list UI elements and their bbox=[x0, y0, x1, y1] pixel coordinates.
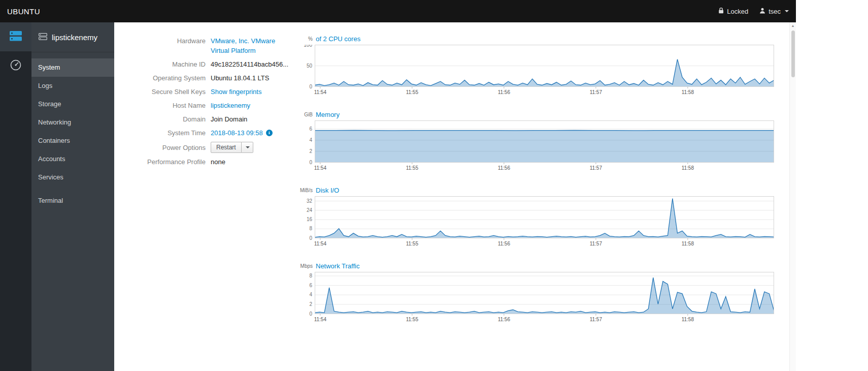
scrollbar-up-icon[interactable]: ▲ bbox=[790, 22, 796, 29]
sidebar-item-terminal[interactable]: Terminal bbox=[31, 192, 114, 210]
network-traffic-unit-label: Mbps bbox=[299, 263, 313, 269]
host-view-tile[interactable] bbox=[0, 22, 31, 51]
cockpit-app: UBUNTU Locked tsec bbox=[0, 0, 796, 371]
memory-chart: GiB Memory 024611:5411:5511:5611:5711:58 bbox=[299, 108, 777, 171]
svg-text:11:57: 11:57 bbox=[590, 165, 603, 171]
memory-chart-plot: 024611:5411:5511:5611:5711:58 bbox=[299, 120, 777, 171]
svg-text:24: 24 bbox=[307, 207, 313, 213]
server-icon bbox=[9, 30, 22, 44]
restart-dropdown-button[interactable] bbox=[242, 142, 253, 153]
svg-text:16: 16 bbox=[307, 217, 313, 222]
svg-text:100: 100 bbox=[304, 45, 312, 48]
svg-text:8: 8 bbox=[309, 226, 312, 231]
topbar: UBUNTU Locked tsec bbox=[0, 0, 796, 22]
svg-text:0: 0 bbox=[309, 160, 312, 165]
sidebar-item-accounts[interactable]: Accounts bbox=[31, 150, 114, 168]
info-icon[interactable]: i bbox=[266, 130, 273, 136]
sidebar-item-services[interactable]: Services bbox=[31, 168, 114, 187]
sidebar-icon-strip bbox=[0, 22, 31, 371]
svg-text:32: 32 bbox=[307, 198, 313, 204]
svg-text:11:54: 11:54 bbox=[314, 241, 327, 246]
locked-button[interactable]: Locked bbox=[718, 7, 748, 15]
main-content: Hardware VMware, Inc. VMware Virtual Pla… bbox=[114, 22, 790, 371]
svg-text:11:56: 11:56 bbox=[498, 89, 511, 95]
host-icon bbox=[39, 33, 47, 42]
svg-text:11:56: 11:56 bbox=[498, 165, 511, 171]
os-value: Ubuntu 18.04.1 LTS bbox=[211, 73, 269, 83]
svg-text:11:57: 11:57 bbox=[590, 241, 603, 246]
power-button-group: Restart bbox=[211, 142, 253, 153]
machine-id-label: Machine ID bbox=[114, 59, 211, 69]
sidebar-item-networking[interactable]: Networking bbox=[31, 113, 114, 132]
nav-list: System Logs Storage Networking Container… bbox=[31, 52, 114, 210]
ssh-keys-row: Secure Shell Keys Show fingerprints bbox=[114, 87, 297, 97]
hardware-link[interactable]: VMware, Inc. VMware Virtual Platform bbox=[211, 36, 287, 55]
user-menu[interactable]: tsec bbox=[759, 8, 789, 15]
join-domain-link[interactable]: Join Domain bbox=[211, 114, 247, 124]
cpu-chart-head: % of 2 CPU cores bbox=[299, 33, 777, 45]
svg-text:11:58: 11:58 bbox=[682, 241, 694, 246]
svg-text:11:55: 11:55 bbox=[406, 241, 419, 246]
disk-io-chart-plot: 0816243211:5411:5511:5611:5711:58 bbox=[299, 196, 777, 247]
show-fingerprints-link[interactable]: Show fingerprints bbox=[211, 87, 261, 97]
sidebar-item-logs[interactable]: Logs bbox=[31, 77, 114, 95]
network-traffic-chart-title[interactable]: Network Traffic bbox=[316, 262, 359, 270]
memory-chart-head: GiB Memory bbox=[299, 108, 777, 120]
disk-io-chart-title[interactable]: Disk I/O bbox=[316, 187, 339, 194]
scrollbar-thumb[interactable] bbox=[791, 30, 795, 77]
svg-text:11:58: 11:58 bbox=[682, 165, 694, 171]
hostname-link[interactable]: lipstickenemy bbox=[211, 101, 250, 110]
os-row: Operating System Ubuntu 18.04.1 LTS bbox=[114, 73, 297, 83]
svg-text:4: 4 bbox=[309, 292, 312, 297]
sidebar-item-storage[interactable]: Storage bbox=[31, 95, 114, 113]
lock-icon bbox=[718, 7, 724, 15]
vertical-scrollbar[interactable]: ▲ bbox=[789, 22, 796, 371]
svg-text:11:54: 11:54 bbox=[314, 89, 327, 95]
sidebar-nav: lipstickenemy System Logs Storage Networ… bbox=[31, 22, 114, 371]
network-traffic-chart-plot: 0246811:5411:5511:5611:5711:58 bbox=[299, 272, 777, 323]
svg-text:8: 8 bbox=[309, 273, 312, 279]
sidebar: lipstickenemy System Logs Storage Networ… bbox=[0, 22, 114, 371]
svg-text:2: 2 bbox=[309, 148, 312, 154]
disk-io-chart-head: MiB/s Disk I/O bbox=[299, 184, 777, 196]
chevron-down-icon bbox=[246, 146, 250, 148]
svg-text:2: 2 bbox=[309, 301, 312, 307]
host-name: lipstickenemy bbox=[52, 33, 97, 42]
user-label: tsec bbox=[769, 8, 781, 15]
hostname-label: Host Name bbox=[114, 101, 211, 110]
svg-text:4: 4 bbox=[309, 137, 312, 143]
svg-text:11:54: 11:54 bbox=[314, 317, 327, 322]
hostname-row: Host Name lipstickenemy bbox=[114, 101, 297, 110]
system-time-row: System Time 2018-08-13 09:58 i bbox=[114, 128, 297, 138]
cpu-chart-plot: 05010011:5411:5511:5611:5711:58 bbox=[299, 45, 777, 96]
gauge-icon bbox=[10, 59, 22, 73]
sidebar-item-containers[interactable]: Containers bbox=[31, 132, 114, 150]
os-label: Operating System bbox=[114, 73, 211, 83]
sidebar-item-system[interactable]: System bbox=[31, 58, 114, 77]
cpu-chart: % of 2 CPU cores 05010011:5411:5511:5611… bbox=[299, 33, 777, 96]
svg-text:6: 6 bbox=[309, 283, 312, 288]
svg-text:50: 50 bbox=[307, 63, 313, 69]
domain-row: Domain Join Domain bbox=[114, 114, 297, 124]
cpu-chart-title[interactable]: of 2 CPU cores bbox=[316, 35, 360, 43]
machine-id-value: 49c1822514114bacb456... bbox=[211, 59, 287, 69]
svg-text:11:55: 11:55 bbox=[406, 317, 419, 322]
svg-text:0: 0 bbox=[309, 311, 312, 317]
network-traffic-chart: Mbps Network Traffic 0246811:5411:5511:5… bbox=[299, 260, 777, 323]
svg-text:0: 0 bbox=[309, 235, 312, 241]
disk-io-unit-label: MiB/s bbox=[299, 188, 313, 193]
user-icon bbox=[759, 8, 765, 15]
restart-button[interactable]: Restart bbox=[211, 142, 242, 153]
svg-text:11:56: 11:56 bbox=[498, 241, 511, 246]
svg-text:11:58: 11:58 bbox=[682, 89, 694, 95]
svg-text:11:58: 11:58 bbox=[682, 317, 694, 322]
system-time-link[interactable]: 2018-08-13 09:58 bbox=[211, 128, 263, 138]
performance-profile-row: Performance Profile none bbox=[114, 157, 297, 167]
host-header[interactable]: lipstickenemy bbox=[31, 22, 114, 52]
chevron-down-icon bbox=[785, 10, 789, 12]
dashboard-tile[interactable] bbox=[0, 51, 31, 80]
ssh-keys-label: Secure Shell Keys bbox=[114, 87, 211, 97]
svg-text:11:55: 11:55 bbox=[406, 89, 419, 95]
brand-title: UBUNTU bbox=[7, 7, 40, 16]
memory-chart-title[interactable]: Memory bbox=[316, 111, 340, 118]
